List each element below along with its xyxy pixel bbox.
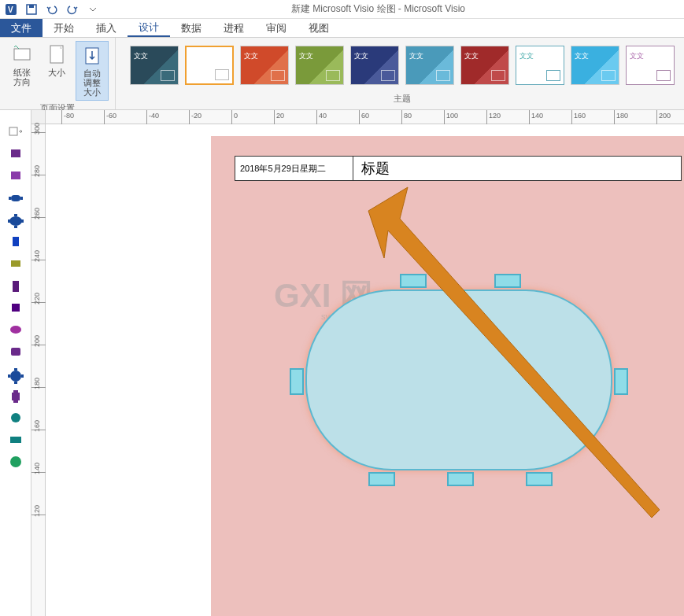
- stencil-shape[interactable]: [8, 170, 24, 181]
- title-bar: V 新建 Microsoft Visio 绘图 - Microsoft Visi…: [0, 0, 684, 19]
- svg-point-34: [10, 456, 21, 467]
- theme-item[interactable]: 文文: [405, 46, 454, 85]
- qat-dropdown-icon[interactable]: [85, 2, 101, 17]
- undo-icon[interactable]: [44, 2, 60, 17]
- svg-rect-16: [8, 219, 10, 223]
- chair-shape: [290, 368, 304, 395]
- stencil-shape[interactable]: [8, 236, 24, 247]
- theme-item[interactable]: [185, 46, 234, 85]
- title-date: 2018年5月29日星期二: [235, 157, 353, 180]
- save-icon[interactable]: [24, 2, 39, 17]
- shapes-panel: [0, 110, 31, 616]
- svg-rect-12: [20, 197, 23, 200]
- svg-rect-4: [14, 49, 30, 60]
- quick-access-toolbar: V: [0, 2, 104, 17]
- app-icon[interactable]: V: [3, 2, 19, 17]
- chair-shape: [614, 368, 628, 395]
- autofit-button[interactable]: 自动调整大小: [76, 41, 109, 101]
- svg-rect-30: [13, 390, 18, 393]
- tab-file[interactable]: 文件: [0, 19, 43, 37]
- svg-rect-8: [11, 149, 20, 157]
- stencil-shape[interactable]: [8, 192, 24, 203]
- svg-rect-7: [9, 127, 17, 135]
- stencil-shape[interactable]: [8, 390, 24, 401]
- stencil-shape[interactable]: [8, 346, 24, 357]
- chair-shape: [368, 472, 395, 486]
- orientation-label: 纸张方向: [11, 68, 33, 87]
- theme-item[interactable]: 文文: [626, 46, 675, 85]
- window-title: 新建 Microsoft Visio 绘图 - Microsoft Visio: [104, 2, 684, 16]
- stencil-shape[interactable]: [8, 148, 24, 159]
- svg-rect-11: [9, 197, 11, 200]
- workspace: -80-60-40-20020406080100120140160180200 …: [0, 110, 684, 616]
- title-block[interactable]: 2018年5月29日星期二 标题: [235, 156, 682, 181]
- svg-rect-17: [21, 219, 24, 223]
- ruler-horizontal: -80-60-40-20020406080100120140160180200: [46, 110, 684, 124]
- stencil-shape[interactable]: [8, 368, 24, 379]
- theme-item[interactable]: 文文: [295, 46, 344, 85]
- size-label: 大小: [48, 68, 65, 77]
- title-text: 标题: [353, 157, 681, 180]
- svg-rect-27: [8, 374, 10, 378]
- ruler-vertical: 300280260240220200180160140120: [31, 124, 46, 616]
- svg-rect-25: [14, 368, 17, 371]
- tab-data[interactable]: 数据: [170, 19, 213, 37]
- svg-rect-31: [13, 400, 18, 403]
- svg-rect-26: [14, 382, 17, 384]
- theme-gallery: 文文 文文 文文 文文 文文 文文 文文 文文 文文: [122, 41, 682, 90]
- svg-rect-10: [11, 195, 20, 201]
- theme-item[interactable]: 文文: [350, 46, 399, 85]
- tab-home[interactable]: 开始: [43, 19, 85, 37]
- stencil-shape[interactable]: [8, 258, 24, 269]
- tab-view[interactable]: 视图: [298, 19, 340, 37]
- svg-rect-3: [29, 5, 34, 8]
- ribbon-tabs: 文件 开始 插入 设计 数据 进程 审阅 视图: [0, 19, 684, 38]
- svg-rect-33: [10, 437, 21, 443]
- orientation-button[interactable]: 纸张方向: [6, 41, 38, 90]
- page-margin: [46, 136, 211, 616]
- table-body: [305, 290, 612, 470]
- theme-item[interactable]: 文文: [130, 46, 179, 85]
- stencil-expand-icon[interactable]: [8, 126, 24, 137]
- tab-design[interactable]: 设计: [128, 19, 170, 37]
- svg-point-13: [9, 216, 22, 226]
- stencil-shape[interactable]: [8, 280, 24, 291]
- stencil-shape[interactable]: [8, 324, 24, 335]
- tab-review[interactable]: 审阅: [255, 19, 298, 37]
- stencil-shape[interactable]: [8, 456, 24, 467]
- theme-item[interactable]: 文文: [571, 46, 619, 85]
- tab-process[interactable]: 进程: [213, 19, 255, 37]
- tab-insert[interactable]: 插入: [85, 19, 128, 37]
- svg-rect-9: [11, 172, 20, 179]
- stencil-shape[interactable]: [8, 434, 24, 445]
- svg-rect-18: [13, 237, 19, 246]
- svg-rect-28: [21, 374, 24, 378]
- size-button[interactable]: 大小: [41, 41, 72, 80]
- theme-item[interactable]: 文文: [460, 46, 509, 85]
- group-themes: 文文 文文 文文 文文 文文 文文 文文 文文 文文 主题: [116, 38, 684, 109]
- theme-item[interactable]: 文文: [516, 46, 564, 85]
- svg-rect-19: [11, 260, 20, 267]
- svg-rect-14: [14, 214, 17, 216]
- svg-point-22: [10, 326, 21, 334]
- stencil-shape[interactable]: [8, 302, 24, 313]
- stencil-shape[interactable]: [8, 214, 24, 225]
- themes-group-label: 主题: [394, 91, 411, 106]
- svg-text:V: V: [8, 6, 13, 14]
- drawing-canvas[interactable]: 2018年5月29日星期二 标题 GXI 网 system.com: [46, 124, 684, 616]
- theme-item[interactable]: 文文: [240, 46, 289, 85]
- svg-rect-15: [14, 226, 17, 228]
- redo-icon[interactable]: [65, 2, 80, 17]
- autofit-label: 自动调整大小: [81, 68, 103, 97]
- ribbon: 纸张方向 大小 自动调整大小 页面设置 文文 文文 文文 文文 文文 文文 文文…: [0, 38, 684, 110]
- svg-rect-20: [13, 281, 19, 292]
- svg-point-32: [11, 413, 20, 422]
- svg-rect-29: [12, 393, 20, 400]
- stencil-shape[interactable]: [8, 412, 24, 423]
- chair-shape: [400, 274, 427, 288]
- chair-shape: [494, 274, 521, 288]
- table-shape[interactable]: [305, 290, 612, 470]
- svg-point-24: [10, 371, 21, 382]
- group-page-setup: 纸张方向 大小 自动调整大小 页面设置: [0, 38, 116, 109]
- svg-rect-23: [11, 348, 20, 356]
